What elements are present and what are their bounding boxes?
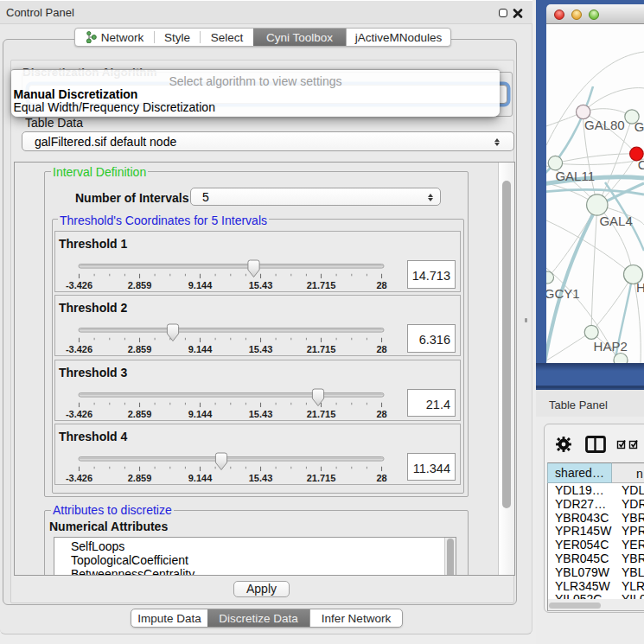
- svg-text:GAL80: GAL80: [584, 118, 625, 132]
- svg-text:HAP2: HAP2: [594, 339, 628, 354]
- svg-text:15.43: 15.43: [249, 408, 273, 418]
- svg-text:28: 28: [376, 344, 386, 354]
- svg-text:15.43: 15.43: [249, 472, 273, 482]
- svg-text:GAL4: GAL4: [599, 214, 632, 228]
- svg-text:G.: G.: [634, 119, 644, 134]
- svg-text:-3.426: -3.426: [66, 280, 92, 290]
- svg-text:-3.426: -3.426: [66, 344, 92, 354]
- svg-text:9.144: 9.144: [188, 472, 213, 482]
- svg-text:21.715: 21.715: [307, 344, 336, 354]
- svg-text:2.859: 2.859: [128, 472, 152, 482]
- svg-text:21.715: 21.715: [307, 408, 336, 418]
- svg-text:2.859: 2.859: [128, 344, 152, 354]
- svg-text:H: H: [636, 280, 644, 295]
- svg-text:9.144: 9.144: [188, 408, 213, 418]
- svg-text:2.859: 2.859: [128, 408, 152, 418]
- svg-text:28: 28: [376, 280, 386, 290]
- svg-text:GAL11: GAL11: [555, 169, 595, 183]
- svg-text:9.144: 9.144: [188, 280, 213, 290]
- svg-text:28: 28: [376, 408, 386, 418]
- svg-text:C: C: [638, 157, 644, 172]
- svg-text:21.715: 21.715: [307, 472, 336, 482]
- svg-text:15.43: 15.43: [249, 280, 273, 290]
- svg-text:2.859: 2.859: [128, 280, 152, 290]
- svg-text:9.144: 9.144: [188, 344, 213, 354]
- svg-text:28: 28: [376, 472, 386, 482]
- svg-text:-3.426: -3.426: [66, 472, 92, 482]
- svg-text:21.715: 21.715: [307, 280, 336, 290]
- svg-text:15.43: 15.43: [249, 344, 273, 354]
- svg-text:GCY1: GCY1: [546, 286, 580, 301]
- svg-text:-3.426: -3.426: [66, 408, 92, 418]
